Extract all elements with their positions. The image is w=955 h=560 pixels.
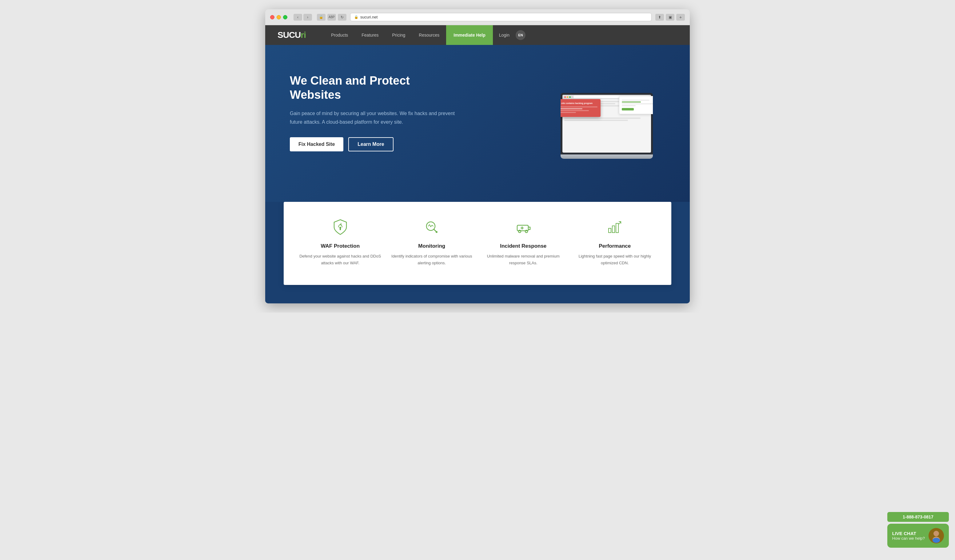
address-bar[interactable]: 🔒 sucuri.net bbox=[350, 13, 652, 21]
panel-line-2 bbox=[622, 103, 653, 104]
features-grid: WAF Protection Defend your website again… bbox=[299, 217, 656, 266]
features-wrapper: WAF Protection Defend your website again… bbox=[265, 202, 690, 303]
refresh-icon[interactable]: ↻ bbox=[338, 14, 346, 20]
panel-line-green bbox=[622, 102, 641, 102]
hero-title: We Clean and Protect Websites bbox=[290, 74, 462, 102]
nav-pricing[interactable]: Pricing bbox=[385, 25, 412, 45]
svg-point-7 bbox=[518, 230, 521, 233]
alert-bar-filled bbox=[560, 108, 582, 109]
page-section: We Clean and Protect Websites Gain peace… bbox=[265, 45, 690, 303]
hero-text: We Clean and Protect Websites Gain peace… bbox=[290, 74, 462, 152]
alert-panel-title: ⚠ The site contains hacking program bbox=[560, 102, 598, 105]
svg-rect-9 bbox=[609, 228, 611, 233]
panel-line-3 bbox=[622, 105, 636, 106]
feature-incident: Incident Response Unlimited malware remo… bbox=[482, 217, 565, 266]
hero-subtitle: Gain peace of mind by securing all your … bbox=[290, 109, 462, 126]
features-card: WAF Protection Defend your website again… bbox=[284, 202, 671, 285]
lock-icon: 🔒 bbox=[354, 15, 359, 19]
alert-bar-2 bbox=[560, 110, 589, 111]
nav-features[interactable]: Features bbox=[355, 25, 385, 45]
minimize-button[interactable] bbox=[277, 15, 281, 19]
navbar: SUCUri Products Features Pricing Resourc… bbox=[265, 25, 690, 45]
forward-button[interactable]: › bbox=[303, 14, 312, 20]
fix-hacked-site-button[interactable]: Fix Hacked Site bbox=[290, 137, 343, 152]
back-button[interactable]: ‹ bbox=[294, 14, 302, 20]
nav-links: Products Features Pricing Resources Imme… bbox=[324, 25, 678, 45]
alert-bar-3 bbox=[560, 112, 576, 113]
hero-buttons: Fix Hacked Site Learn More bbox=[290, 137, 462, 152]
url-text: sucuri.net bbox=[360, 15, 377, 19]
maximize-button[interactable] bbox=[283, 15, 287, 19]
svg-point-3 bbox=[436, 231, 437, 233]
feature-monitoring-title: Monitoring bbox=[391, 243, 473, 249]
language-selector[interactable]: EN bbox=[516, 30, 526, 40]
feature-monitoring: Monitoring Identify indicators of compro… bbox=[391, 217, 473, 266]
nav-resources[interactable]: Resources bbox=[412, 25, 446, 45]
monitoring-icon bbox=[422, 217, 441, 237]
nav-products[interactable]: Products bbox=[324, 25, 355, 45]
login-link[interactable]: Login bbox=[493, 25, 516, 45]
feature-incident-title: Incident Response bbox=[482, 243, 565, 249]
immediate-help-button[interactable]: Immediate Help bbox=[446, 25, 493, 45]
feature-monitoring-desc: Identify indicators of compromise with v… bbox=[391, 253, 473, 266]
add-tab-button[interactable]: + bbox=[676, 14, 685, 20]
hero-section: We Clean and Protect Websites Gain peace… bbox=[265, 45, 690, 202]
incident-icon bbox=[514, 217, 533, 237]
address-bar-area: 🔒 sucuri.net bbox=[350, 13, 652, 21]
tabs-icon[interactable]: ▣ bbox=[666, 14, 675, 20]
feature-performance: Performance Lightning fast page speed wi… bbox=[574, 217, 656, 266]
panel-btn bbox=[622, 108, 634, 111]
browser-content: SUCUri Products Features Pricing Resourc… bbox=[265, 25, 690, 303]
feature-waf: WAF Protection Defend your website again… bbox=[299, 217, 382, 266]
feature-incident-desc: Unlimited malware removal and premium re… bbox=[482, 253, 565, 266]
traffic-lights bbox=[270, 15, 287, 19]
browser-titlebar: ‹ › 🔒 ABP ↻ 🔒 sucuri.net ⬆ ▣ + bbox=[265, 9, 690, 25]
security-icon: 🔒 bbox=[317, 14, 326, 20]
performance-icon bbox=[605, 217, 625, 237]
svg-rect-10 bbox=[612, 226, 615, 233]
share-icon[interactable]: ⬆ bbox=[655, 14, 664, 20]
logo[interactable]: SUCUri bbox=[277, 30, 306, 40]
alert-bar bbox=[560, 106, 598, 107]
panel-line-1 bbox=[622, 100, 650, 101]
hero-image: ⚠ The site contains hacking program bbox=[462, 66, 665, 159]
adblock-icon: ABP bbox=[327, 14, 336, 20]
svg-rect-11 bbox=[616, 224, 618, 233]
feature-waf-title: WAF Protection bbox=[299, 243, 382, 249]
svg-point-8 bbox=[525, 230, 528, 233]
feature-performance-title: Performance bbox=[574, 243, 656, 249]
learn-more-button[interactable]: Learn More bbox=[348, 137, 393, 152]
feature-waf-desc: Defend your website against hacks and DD… bbox=[299, 253, 382, 266]
feature-performance-desc: Lightning fast page speed with our highl… bbox=[574, 253, 656, 266]
close-button[interactable] bbox=[270, 15, 274, 19]
waf-icon bbox=[330, 217, 350, 237]
browser-nav-buttons: ‹ › bbox=[294, 14, 312, 20]
